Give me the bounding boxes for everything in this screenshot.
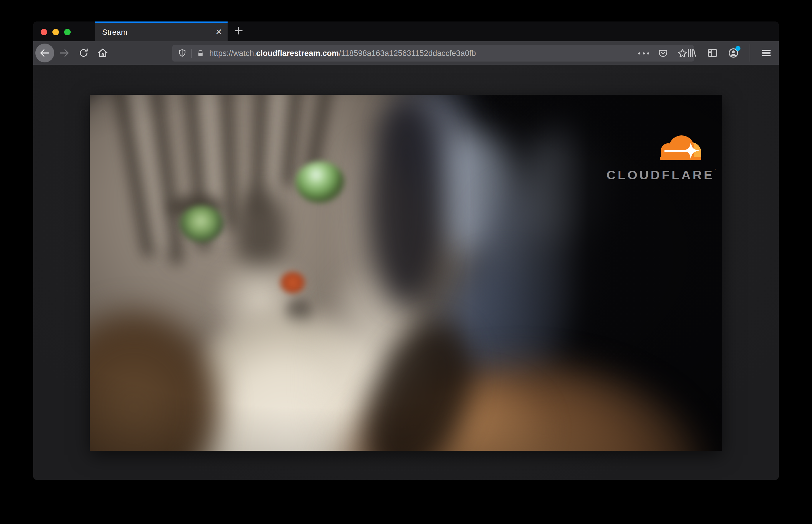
url-prefix: https://watch.	[209, 49, 256, 58]
new-tab-button[interactable]: +	[230, 21, 248, 40]
reload-icon	[78, 47, 89, 59]
window-minimize-button[interactable]	[52, 29, 59, 35]
pocket-icon[interactable]	[658, 48, 668, 58]
tab-close-icon[interactable]: ✕	[215, 28, 222, 36]
urlbar-separator	[191, 49, 192, 58]
traffic-lights	[40, 29, 71, 35]
page-content: CLOUDFLARE’	[33, 65, 779, 480]
tab-bar: Stream ✕ +	[33, 21, 779, 41]
url-domain: cloudflarestream.com	[256, 49, 339, 58]
cloudflare-cloud-icon	[655, 123, 704, 165]
account-button[interactable]	[727, 47, 740, 60]
library-button[interactable]	[685, 47, 698, 60]
cloudflare-wordmark: CLOUDFLARE’	[606, 168, 705, 182]
page-actions-icon[interactable]	[638, 52, 649, 54]
toolbar-right-cluster	[685, 41, 773, 65]
home-button[interactable]	[95, 45, 110, 61]
url-path: /118598a163a125631152ddaccfe3a0fb	[339, 49, 476, 58]
browser-window: Stream ✕ +	[33, 21, 779, 480]
back-button[interactable]	[35, 44, 54, 62]
tab-stream[interactable]: Stream ✕	[95, 21, 228, 41]
menu-button[interactable]	[760, 47, 773, 60]
forward-arrow-icon	[58, 47, 70, 59]
window-zoom-button[interactable]	[64, 29, 71, 35]
toolbar-separator	[750, 45, 750, 62]
account-notification-dot	[735, 46, 741, 51]
library-icon	[686, 47, 697, 59]
window-close-button[interactable]	[40, 29, 47, 35]
hamburger-menu-icon	[761, 47, 772, 59]
urlbar-actions	[638, 48, 688, 59]
url-text[interactable]: https://watch.cloudflarestream.com/11859…	[209, 49, 632, 58]
forward-button[interactable]	[56, 45, 72, 61]
sidebar-icon	[707, 47, 718, 59]
lock-icon[interactable]	[196, 49, 205, 58]
back-arrow-icon	[39, 47, 51, 59]
reload-button[interactable]	[76, 45, 91, 61]
tracking-protection-shield-icon[interactable]	[178, 49, 187, 58]
cloudflare-logo: CLOUDFLARE’	[606, 123, 705, 182]
navigation-toolbar: https://watch.cloudflarestream.com/11859…	[33, 41, 779, 65]
sidebar-button[interactable]	[706, 47, 719, 60]
video-player[interactable]: CLOUDFLARE’	[90, 95, 722, 451]
home-icon	[97, 47, 109, 59]
desktop-background: Stream ✕ +	[0, 0, 812, 524]
url-bar[interactable]: https://watch.cloudflarestream.com/11859…	[172, 45, 694, 62]
tab-title: Stream	[102, 28, 128, 37]
